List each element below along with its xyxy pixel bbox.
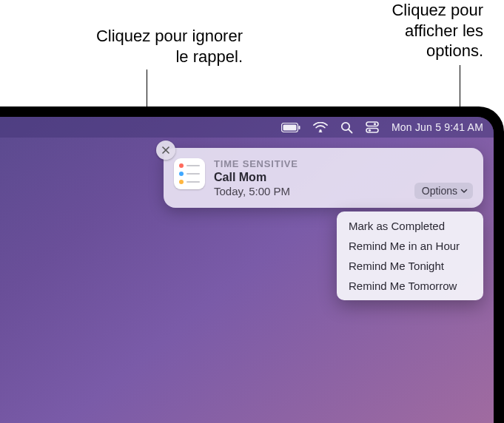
laptop-frame: Mon Jun 5 9:41 AM TIME SENSITIVE Call Mo…: [0, 106, 504, 423]
search-icon[interactable]: [340, 121, 353, 134]
options-button-label: Options: [422, 185, 457, 197]
reminders-app-icon: [174, 158, 205, 189]
callout-dismiss: Cliquez pour ignorer le rappel.: [80, 26, 243, 67]
chevron-down-icon: [460, 186, 468, 195]
svg-point-3: [319, 129, 321, 132]
wifi-icon[interactable]: [313, 122, 328, 132]
reminders-dot-icon: [179, 172, 184, 176]
svg-line-5: [349, 129, 352, 133]
notification-category-label: TIME SENSITIVE: [214, 158, 471, 169]
reminder-notification[interactable]: TIME SENSITIVE Call Mom Today, 5:00 PM O…: [164, 148, 483, 208]
options-button[interactable]: Options: [414, 183, 473, 199]
reminders-dot-icon: [179, 180, 184, 184]
dismiss-button[interactable]: [156, 141, 175, 160]
menu-item-remind-tomorrow[interactable]: Remind Me Tomorrow: [337, 276, 483, 296]
battery-icon[interactable]: [281, 123, 300, 132]
menubar: Mon Jun 5 9:41 AM: [0, 117, 494, 138]
close-icon: [161, 146, 170, 155]
menu-item-remind-hour[interactable]: Remind Me in an Hour: [337, 236, 483, 256]
svg-point-9: [369, 129, 371, 132]
control-center-icon[interactable]: [366, 121, 379, 133]
desktop-screen: Mon Jun 5 9:41 AM TIME SENSITIVE Call Mo…: [0, 117, 494, 423]
svg-rect-6: [366, 122, 378, 126]
menu-item-mark-completed[interactable]: Mark as Completed: [337, 216, 483, 236]
menubar-clock[interactable]: Mon Jun 5 9:41 AM: [392, 121, 483, 133]
callout-options: Cliquez pour afficher les options.: [350, 0, 483, 61]
svg-rect-2: [298, 126, 300, 129]
options-menu: Mark as Completed Remind Me in an Hour R…: [337, 212, 483, 300]
svg-point-7: [374, 123, 376, 125]
svg-rect-8: [366, 129, 378, 133]
svg-rect-1: [283, 124, 296, 130]
reminders-dot-icon: [179, 163, 184, 168]
menu-item-remind-tonight[interactable]: Remind Me Tonight: [337, 256, 483, 276]
